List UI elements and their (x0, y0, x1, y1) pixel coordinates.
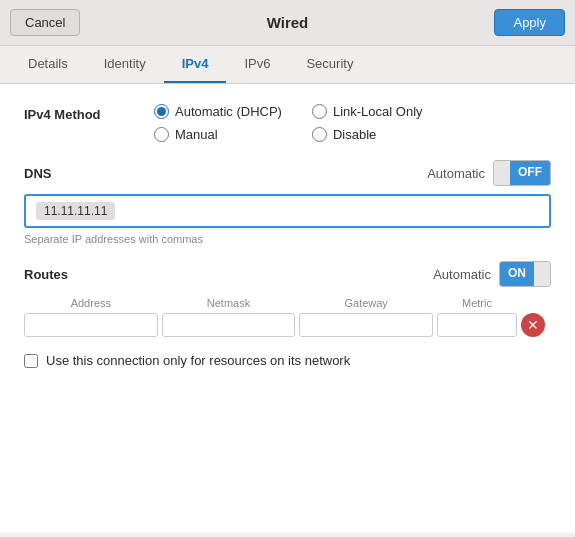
ipv4-method-label: IPv4 Method (24, 104, 154, 122)
method-manual-label: Manual (175, 127, 218, 142)
routes-toggle[interactable]: ON (499, 261, 551, 287)
routes-columns: Address Netmask Gateway Metric ✕ (24, 297, 551, 337)
routes-label: Routes (24, 267, 433, 282)
col-address: Address (24, 297, 158, 309)
col-gateway: Gateway (299, 297, 433, 309)
header: Cancel Wired Apply (0, 0, 575, 46)
col-netmask: Netmask (162, 297, 296, 309)
method-options: Automatic (DHCP) Link-Local Only Manual … (154, 104, 440, 142)
cancel-button[interactable]: Cancel (10, 9, 80, 36)
method-link-local[interactable]: Link-Local Only (312, 104, 440, 119)
radio-manual[interactable] (154, 127, 169, 142)
delete-icon: ✕ (527, 317, 539, 333)
apply-button[interactable]: Apply (494, 9, 565, 36)
tab-identity[interactable]: Identity (86, 46, 164, 83)
dns-input[interactable] (119, 204, 539, 219)
dns-toggle-on-side[interactable] (494, 161, 510, 185)
dns-toggle[interactable]: OFF (493, 160, 551, 186)
route-delete-button[interactable]: ✕ (521, 313, 545, 337)
routes-header: Routes Automatic ON (24, 261, 551, 287)
method-auto-dhcp-label: Automatic (DHCP) (175, 104, 282, 119)
ipv4-method-section: IPv4 Method Automatic (DHCP) Link-Local … (24, 104, 551, 142)
connection-only-checkbox-row[interactable]: Use this connection only for resources o… (24, 353, 551, 368)
main-content: IPv4 Method Automatic (DHCP) Link-Local … (0, 84, 575, 533)
dns-hint: Separate IP addresses with commas (24, 233, 551, 245)
tab-details[interactable]: Details (10, 46, 86, 83)
dns-automatic-label: Automatic (427, 166, 485, 181)
dns-tag: 11.11.11.11 (36, 202, 115, 220)
routes-automatic-label: Automatic (433, 267, 491, 282)
routes-toggle-off-side[interactable] (534, 262, 550, 286)
method-link-local-label: Link-Local Only (333, 104, 423, 119)
route-address-input[interactable] (24, 313, 158, 337)
method-manual[interactable]: Manual (154, 127, 282, 142)
tab-ipv6[interactable]: IPv6 (226, 46, 288, 83)
route-netmask-input[interactable] (162, 313, 296, 337)
dns-input-wrapper: 11.11.11.11 (24, 194, 551, 228)
dns-toggle-off-side[interactable]: OFF (510, 161, 550, 185)
dns-toggle-row: Automatic OFF (427, 160, 551, 186)
method-disable-label: Disable (333, 127, 376, 142)
radio-auto-dhcp[interactable] (154, 104, 169, 119)
connection-only-checkbox[interactable] (24, 354, 38, 368)
method-auto-dhcp[interactable]: Automatic (DHCP) (154, 104, 282, 119)
route-gateway-input[interactable] (299, 313, 433, 337)
tab-ipv4[interactable]: IPv4 (164, 46, 227, 83)
window-title: Wired (267, 14, 309, 31)
connection-only-label: Use this connection only for resources o… (46, 353, 350, 368)
dns-row: DNS Automatic OFF (24, 160, 551, 186)
tab-security[interactable]: Security (288, 46, 371, 83)
routes-toggle-on-side[interactable]: ON (500, 262, 534, 286)
routes-toggle-row: Automatic ON (433, 261, 551, 287)
col-metric: Metric (437, 297, 517, 309)
dns-label: DNS (24, 166, 427, 181)
radio-disable[interactable] (312, 127, 327, 142)
method-disable[interactable]: Disable (312, 127, 440, 142)
tab-bar: Details Identity IPv4 IPv6 Security (0, 46, 575, 84)
route-metric-input[interactable] (437, 313, 517, 337)
radio-link-local[interactable] (312, 104, 327, 119)
